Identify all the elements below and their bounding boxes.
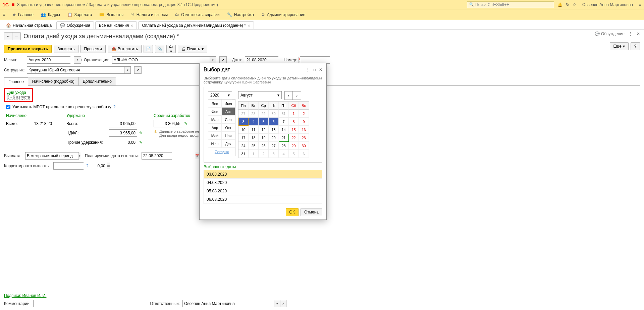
day-cell[interactable]: 22 bbox=[289, 134, 299, 142]
kebab-icon[interactable]: ⋮ bbox=[306, 67, 310, 72]
day-cell[interactable]: 12 bbox=[259, 126, 269, 134]
org-input[interactable]: ▾ bbox=[112, 56, 216, 64]
nav-personnel[interactable]: 👥Кадры bbox=[41, 12, 60, 17]
day-cell[interactable]: 4 bbox=[249, 118, 259, 126]
month-cell[interactable]: Мар bbox=[208, 116, 222, 124]
held-total[interactable] bbox=[109, 120, 137, 127]
day-cell[interactable]: 10 bbox=[238, 126, 249, 134]
day-cell[interactable]: 11 bbox=[249, 126, 259, 134]
day-cell[interactable]: 28 bbox=[279, 142, 289, 150]
nav-salary[interactable]: 📋Зарплата bbox=[67, 12, 92, 17]
day-cell[interactable]: 17 bbox=[238, 134, 249, 142]
calendar-icon[interactable]: 📅 bbox=[195, 152, 199, 159]
help-icon[interactable]: ? bbox=[86, 164, 89, 168]
close-icon[interactable]: ✕ bbox=[248, 24, 250, 27]
employee-input[interactable]: ▾ bbox=[27, 66, 131, 74]
other-held[interactable] bbox=[109, 139, 137, 146]
dropdown-icon[interactable]: ▾ bbox=[210, 57, 216, 63]
next-month-button[interactable]: › bbox=[293, 91, 301, 100]
tab-discussions[interactable]: 💬Обсуждения bbox=[56, 21, 94, 29]
month-cell[interactable]: Авг bbox=[222, 108, 235, 116]
nav-payments[interactable]: 💳Выплаты bbox=[99, 12, 123, 17]
day-cell[interactable]: 26 bbox=[259, 142, 269, 150]
tab-current-doc[interactable]: Оплата дней ухода за детьми-инвалидами (… bbox=[138, 21, 254, 29]
month-cell[interactable]: Ноя bbox=[222, 132, 235, 140]
dropdown-icon[interactable]: ▾ bbox=[124, 67, 130, 73]
day-cell[interactable]: 3 bbox=[238, 118, 249, 126]
attach-button[interactable]: 📎 bbox=[155, 45, 164, 53]
day-cell[interactable]: 2 bbox=[299, 110, 309, 118]
day-cell[interactable]: 15 bbox=[289, 126, 299, 134]
current-user[interactable]: Овсепян Анна Мартиновна bbox=[582, 2, 633, 7]
day-cell[interactable]: 5 bbox=[259, 118, 269, 126]
accrued-total[interactable] bbox=[25, 120, 53, 127]
tab-main[interactable]: Главное bbox=[4, 77, 28, 86]
mrot-checkbox[interactable] bbox=[6, 105, 10, 109]
care-days-link[interactable]: 3 - 6 августа bbox=[7, 95, 30, 100]
day-cell[interactable]: 31 bbox=[279, 110, 289, 118]
day-cell[interactable]: 30 bbox=[299, 142, 309, 150]
day-cell[interactable]: 9 bbox=[299, 118, 309, 126]
month-cell[interactable]: Окт bbox=[222, 124, 235, 132]
day-cell[interactable]: 3 bbox=[269, 150, 279, 158]
month-cell[interactable]: Июн bbox=[208, 140, 222, 148]
calc-icon[interactable]: ▦ bbox=[107, 163, 110, 169]
day-cell[interactable]: 5 bbox=[289, 150, 299, 158]
month-cell[interactable]: Сен bbox=[222, 116, 235, 124]
more-button[interactable]: Еще ▾ bbox=[610, 42, 629, 50]
month-input[interactable]: ÷ bbox=[27, 56, 70, 64]
day-cell[interactable]: 2 bbox=[259, 150, 269, 158]
day-cell[interactable]: 31 bbox=[238, 150, 249, 158]
tab-accrued-detail[interactable]: Начислено (подробно) bbox=[28, 77, 79, 85]
maximize-icon[interactable]: □ bbox=[313, 67, 316, 72]
payment-select[interactable]: ▾ bbox=[25, 152, 79, 160]
back-button[interactable]: ← bbox=[4, 33, 12, 40]
day-cell[interactable]: 1 bbox=[289, 110, 299, 118]
day-cell[interactable]: 20 bbox=[269, 134, 279, 142]
pencil-icon[interactable]: ✎ bbox=[139, 131, 143, 135]
pencil-icon[interactable]: ✎ bbox=[139, 140, 143, 145]
day-cell[interactable]: 23 bbox=[299, 134, 309, 142]
nav-taxes[interactable]: %Налоги и взносы bbox=[131, 12, 168, 17]
nav-burger[interactable]: ≡ bbox=[3, 12, 5, 17]
nav-admin[interactable]: ⚙Администрирование bbox=[261, 12, 305, 17]
date-input[interactable]: 📅 bbox=[245, 56, 278, 64]
star-icon[interactable]: ☆ bbox=[573, 2, 576, 7]
avg-value[interactable] bbox=[154, 120, 182, 127]
discuss-button[interactable]: 💬Обсуждение bbox=[595, 32, 625, 36]
day-cell[interactable]: 29 bbox=[259, 110, 269, 118]
month-cell[interactable]: Фев bbox=[208, 108, 222, 116]
today-link[interactable]: Сегодня bbox=[208, 148, 235, 156]
day-cell[interactable]: 27 bbox=[269, 142, 279, 150]
main-menu-icon[interactable]: ≡ bbox=[11, 2, 14, 8]
tab-all-accruals[interactable]: Все начисления✕ bbox=[95, 21, 137, 29]
day-cell[interactable]: 27 bbox=[238, 110, 249, 118]
month-cell[interactable]: Май bbox=[208, 132, 222, 140]
day-cell[interactable]: 7 bbox=[279, 118, 289, 126]
day-cell[interactable]: 25 bbox=[249, 142, 259, 150]
day-cell[interactable]: 4 bbox=[279, 150, 289, 158]
kebab-icon[interactable]: ⋮ bbox=[629, 32, 633, 36]
help-icon[interactable]: ? bbox=[113, 105, 116, 109]
ndfl-value[interactable] bbox=[109, 129, 137, 137]
day-cell[interactable]: 14 bbox=[279, 126, 289, 134]
tab-additional[interactable]: Дополнительно bbox=[78, 77, 116, 85]
post-close-button[interactable]: Провести и закрыть bbox=[4, 45, 52, 53]
day-cell[interactable]: 28 bbox=[249, 110, 259, 118]
month-cell[interactable]: Апр bbox=[208, 124, 222, 132]
save-button[interactable]: Записать bbox=[54, 45, 78, 53]
year-select[interactable]: 2020▾ bbox=[208, 91, 232, 99]
help-button[interactable]: ? bbox=[631, 42, 640, 50]
forward-button[interactable]: → bbox=[12, 33, 20, 40]
org-ext-button[interactable]: ↗ bbox=[219, 56, 227, 64]
day-cell[interactable]: 18 bbox=[249, 134, 259, 142]
month-cell[interactable]: Дек bbox=[222, 140, 235, 148]
day-cell[interactable]: 8 bbox=[289, 118, 299, 126]
selected-date-item[interactable]: 03.08.2020 bbox=[204, 170, 322, 171]
pay-button[interactable]: 📤Выплатить bbox=[108, 45, 142, 53]
month-cell[interactable]: Июл bbox=[222, 100, 235, 108]
nav-settings[interactable]: 🔧Настройка bbox=[227, 12, 254, 17]
day-cell[interactable]: 13 bbox=[269, 126, 279, 134]
bell-icon[interactable]: 🔔 bbox=[557, 2, 562, 7]
prev-month-button[interactable]: ‹ bbox=[285, 91, 293, 100]
